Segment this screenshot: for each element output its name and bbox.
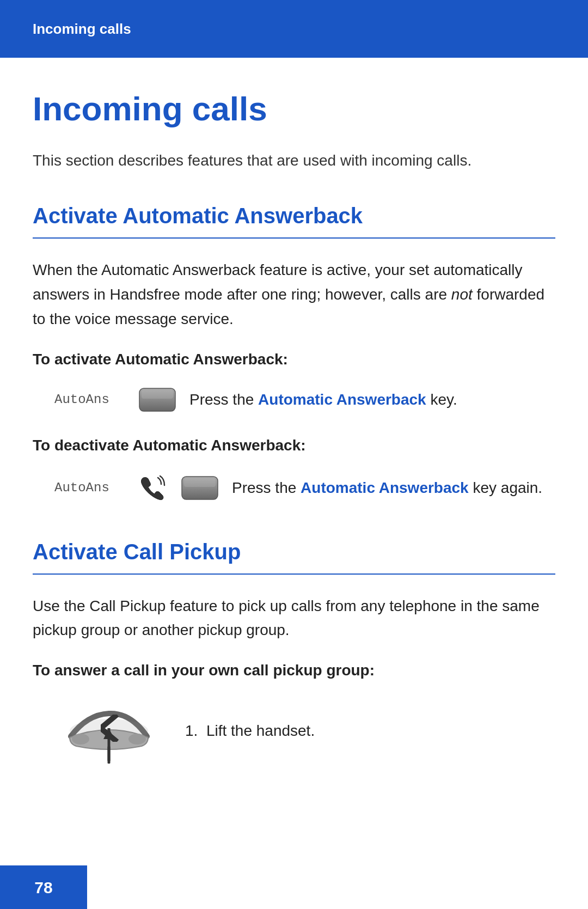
- page-number: 78: [34, 875, 52, 900]
- page-title: Incoming calls: [33, 90, 555, 127]
- section-call-pickup: Activate Call Pickup Use the Call Pickup…: [33, 535, 555, 764]
- activate-key-button-icon: [138, 387, 176, 412]
- section-automatic-answerback: Activate Automatic Answerback When the A…: [33, 199, 555, 502]
- header-bar: Incoming calls: [0, 0, 588, 58]
- handset-lift-icon: [54, 698, 163, 764]
- pickup-sub-heading: To answer a call in your own call pickup…: [33, 659, 555, 682]
- deactivate-key-row: AutoAns: [54, 473, 555, 503]
- activate-heading: To activate Automatic Answerback:: [33, 348, 555, 371]
- svg-rect-1: [142, 390, 173, 399]
- deactivate-key-text: Press the Automatic Answerback key again…: [232, 477, 555, 499]
- svg-point-6: [128, 734, 146, 745]
- header-bar-title: Incoming calls: [33, 19, 131, 40]
- section2-body: Use the Call Pickup feature to pick up c…: [33, 594, 555, 643]
- activate-highlight: Automatic Answerback: [258, 391, 426, 408]
- intro-paragraph: This section describes features that are…: [33, 149, 555, 172]
- section1-body: When the Automatic Answerback feature is…: [33, 258, 555, 331]
- deactivate-key-label: AutoAns: [54, 478, 125, 498]
- svg-rect-3: [184, 478, 216, 487]
- deactivate-heading: To deactivate Automatic Answerback:: [33, 434, 555, 457]
- phone-ringing-icon: [138, 473, 168, 503]
- step1-text: 1. Lift the handset.: [185, 719, 315, 742]
- deactivate-key-button-icon: [181, 475, 219, 501]
- section1-heading: Activate Automatic Answerback: [33, 199, 555, 239]
- section2-heading: Activate Call Pickup: [33, 535, 555, 575]
- activate-key-text: Press the Automatic Answerback key.: [189, 388, 555, 411]
- deactivate-highlight: Automatic Answerback: [301, 479, 469, 496]
- footer-bar: 78: [0, 865, 87, 909]
- activate-key-row: AutoAns Press the Automatic Answerback k…: [54, 387, 555, 412]
- activate-key-label: AutoAns: [54, 390, 125, 410]
- main-content: Incoming calls This section describes fe…: [0, 58, 588, 840]
- handset-row: 1. Lift the handset.: [54, 698, 555, 764]
- svg-point-5: [72, 734, 89, 745]
